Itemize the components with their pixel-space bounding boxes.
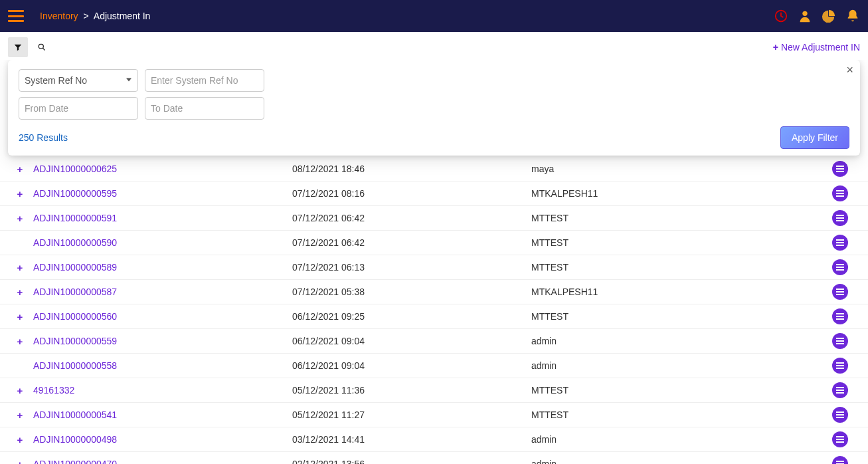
topbar: Inventory > Adjustment In [0, 0, 868, 32]
filter-icon[interactable] [8, 37, 28, 57]
row-action [820, 382, 860, 398]
row-menu-icon[interactable] [832, 185, 848, 201]
expand-icon[interactable]: + [7, 213, 33, 224]
expand-icon[interactable]: + [7, 336, 33, 347]
bell-icon[interactable] [845, 9, 860, 23]
row-menu-icon[interactable] [832, 161, 848, 177]
expand-icon[interactable]: + [7, 287, 33, 298]
row-date: 02/12/2021 13:56 [292, 459, 531, 464]
table-row: +ADJIN1000000055906/12/2021 09:04admin [0, 329, 868, 354]
row-user: admin [531, 434, 820, 445]
from-date-input[interactable] [19, 97, 138, 120]
ref-link[interactable]: ADJIN10000000590 [33, 237, 292, 248]
row-action [820, 210, 860, 226]
breadcrumb-sep: > [83, 11, 88, 21]
row-date: 06/12/2021 09:25 [292, 311, 531, 322]
table-row: +ADJIN1000000062508/12/2021 18:46maya [0, 157, 868, 181]
system-ref-input[interactable] [145, 69, 264, 92]
row-date: 08/12/2021 18:46 [292, 164, 531, 174]
ref-link[interactable]: ADJIN10000000498 [33, 434, 292, 445]
table-row: +ADJIN1000000056006/12/2021 09:25MTTEST [0, 304, 868, 329]
table-row: +ADJIN1000000058707/12/2021 05:38MTKALPE… [0, 280, 868, 304]
filter-panel: × System Ref No 250 Results Apply Filter [8, 60, 860, 156]
user-icon[interactable] [798, 9, 812, 23]
expand-icon[interactable]: + [7, 188, 33, 199]
ref-link[interactable]: ADJIN10000000470 [33, 459, 292, 464]
expand-icon[interactable]: + [7, 164, 33, 175]
row-menu-icon[interactable] [832, 259, 848, 275]
table-row: +4916133205/12/2021 11:36MTTEST [0, 378, 868, 403]
row-menu-icon[interactable] [832, 358, 848, 374]
row-date: 07/12/2021 06:42 [292, 213, 531, 223]
ref-link[interactable]: ADJIN10000000591 [33, 213, 292, 223]
close-icon[interactable]: × [846, 64, 853, 76]
ref-link[interactable]: ADJIN10000000587 [33, 287, 292, 297]
pie-chart-icon[interactable] [822, 9, 836, 23]
row-menu-icon[interactable] [832, 382, 848, 398]
row-action [820, 431, 860, 447]
row-user: admin [531, 459, 820, 464]
row-action [820, 456, 860, 464]
filter-field-select[interactable]: System Ref No [19, 69, 138, 92]
row-menu-icon[interactable] [832, 235, 848, 251]
row-date: 07/12/2021 06:42 [292, 237, 531, 248]
expand-icon[interactable]: + [7, 459, 33, 465]
breadcrumb-root[interactable]: Inventory [40, 11, 78, 21]
row-menu-icon[interactable] [832, 210, 848, 226]
expand-icon[interactable]: + [7, 385, 33, 396]
row-date: 06/12/2021 09:04 [292, 360, 531, 371]
search-icon[interactable] [32, 37, 52, 57]
expand-icon[interactable]: + [7, 262, 33, 273]
row-date: 05/12/2021 11:36 [292, 385, 531, 396]
row-menu-icon[interactable] [832, 308, 848, 324]
expand-icon[interactable]: + [7, 311, 33, 322]
ref-link[interactable]: ADJIN10000000558 [33, 360, 292, 371]
row-action [820, 284, 860, 300]
row-action [820, 407, 860, 423]
row-menu-icon[interactable] [832, 456, 848, 464]
ref-link[interactable]: ADJIN10000000625 [33, 164, 292, 174]
row-action [820, 161, 860, 177]
row-menu-icon[interactable] [832, 407, 848, 423]
table-row: ADJIN1000000055806/12/2021 09:04admin [0, 354, 868, 378]
clock-icon[interactable] [774, 9, 788, 23]
svg-point-1 [802, 11, 807, 16]
ref-link[interactable]: ADJIN10000000589 [33, 262, 292, 273]
row-user: maya [531, 164, 820, 174]
row-menu-icon[interactable] [832, 333, 848, 349]
ref-link[interactable]: ADJIN10000000541 [33, 409, 292, 420]
ref-link[interactable]: 49161332 [33, 385, 292, 396]
new-adjustment-label: New Adjustment IN [781, 42, 860, 53]
row-date: 07/12/2021 08:16 [292, 188, 531, 199]
table-row: ADJIN1000000059007/12/2021 06:42MTTEST [0, 231, 868, 255]
row-action [820, 333, 860, 349]
expand-icon[interactable]: + [7, 409, 33, 421]
row-action [820, 235, 860, 251]
row-user: MTTEST [531, 237, 820, 248]
toolbar: + New Adjustment IN [0, 32, 868, 60]
svg-point-2 [39, 44, 43, 49]
plus-icon: + [773, 42, 778, 53]
ref-link[interactable]: ADJIN10000000559 [33, 336, 292, 346]
hamburger-menu-icon[interactable] [8, 10, 24, 22]
ref-link[interactable]: ADJIN10000000595 [33, 188, 292, 199]
row-date: 05/12/2021 11:27 [292, 409, 531, 420]
table-row: +ADJIN1000000059507/12/2021 08:16MTKALPE… [0, 181, 868, 206]
results-count: 250 Results [19, 132, 68, 143]
apply-filter-button[interactable]: Apply Filter [780, 126, 849, 149]
ref-link[interactable]: ADJIN10000000560 [33, 311, 292, 322]
row-menu-icon[interactable] [832, 284, 848, 300]
new-adjustment-button[interactable]: + New Adjustment IN [773, 42, 860, 53]
to-date-input[interactable] [145, 97, 264, 120]
row-user: MTTEST [531, 385, 820, 396]
main-scroll[interactable]: × System Ref No 250 Results Apply Filter… [0, 60, 868, 464]
breadcrumb-current: Adjustment In [94, 11, 151, 21]
row-menu-icon[interactable] [832, 431, 848, 447]
expand-icon[interactable]: + [7, 434, 33, 445]
row-date: 07/12/2021 05:38 [292, 287, 531, 297]
topbar-right [774, 9, 860, 23]
row-user: MTTEST [531, 262, 820, 273]
row-date: 03/12/2021 14:41 [292, 434, 531, 445]
row-user: admin [531, 336, 820, 346]
row-user: MTTEST [531, 213, 820, 223]
